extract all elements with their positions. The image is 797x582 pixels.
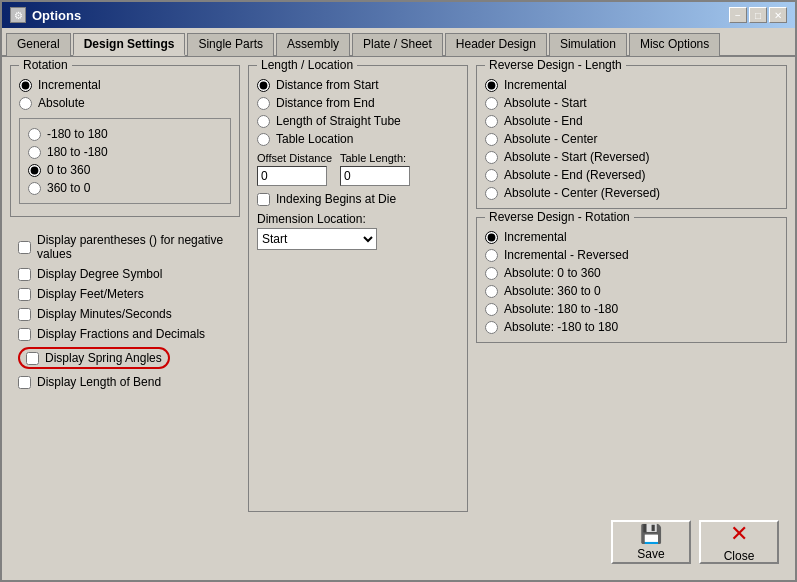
tab-design-settings[interactable]: Design Settings [73,33,186,56]
title-bar-controls: − □ ✕ [729,7,787,23]
rl-absolute-end-rev-label: Absolute - End (Reversed) [504,168,645,182]
tab-header-design[interactable]: Header Design [445,33,547,56]
cb-fractions-decimals-input[interactable] [18,328,31,341]
save-button[interactable]: 💾 Save [611,520,691,564]
table-length-col: Table Length: [340,152,410,186]
length-panel-label: Length / Location [257,58,357,72]
cb-minutes-seconds: Display Minutes/Seconds [18,307,232,321]
rotation-absolute-radio[interactable] [19,97,32,110]
rotation-neg180-180-label: -180 to 180 [47,127,108,141]
length-straight-tube: Length of Straight Tube [257,114,459,128]
left-column: Rotation Incremental Absolute [10,65,240,512]
cb-degree-symbol: Display Degree Symbol [18,267,232,281]
cb-feet-meters-label: Display Feet/Meters [37,287,144,301]
rl-absolute-center-rev: Absolute - Center (Reversed) [485,186,778,200]
cb-negative-values-label: Display parentheses () for negative valu… [37,233,232,261]
reverse-rotation-radio-group: Incremental Incremental - Reversed Absol… [485,230,778,334]
rr-incremental-radio[interactable] [485,231,498,244]
app-icon: ⚙ [10,7,26,23]
cb-negative-values: Display parentheses () for negative valu… [18,233,232,261]
rotation-0-360: 0 to 360 [28,163,222,177]
save-icon: 💾 [640,523,662,545]
rl-absolute-start-label: Absolute - Start [504,96,587,110]
rl-incremental-radio[interactable] [485,79,498,92]
rl-absolute-center-rev-label: Absolute - Center (Reversed) [504,186,660,200]
right-column: Reverse Design - Length Incremental Abso… [476,65,787,512]
rl-absolute-end-radio[interactable] [485,115,498,128]
cb-feet-meters-input[interactable] [18,288,31,301]
rotation-sub-options: -180 to 180 180 to -180 0 to 360 [19,118,231,204]
tab-bar: General Design Settings Single Parts Ass… [2,28,795,57]
indexing-row: Indexing Begins at Die [257,192,459,206]
rl-absolute-end-rev-radio[interactable] [485,169,498,182]
bottom-checkboxes: Display parentheses () for negative valu… [10,225,240,401]
close-button-footer[interactable]: ✕ Close [699,520,779,564]
rl-absolute-center-rev-radio[interactable] [485,187,498,200]
cb-feet-meters: Display Feet/Meters [18,287,232,301]
dimension-location-select[interactable]: Start End Both [257,228,377,250]
dimension-location-label: Dimension Location: [257,212,459,226]
rotation-absolute: Absolute [19,96,231,110]
offset-distance-input[interactable] [257,166,327,186]
indexing-checkbox[interactable] [257,193,270,206]
rr-incremental: Incremental [485,230,778,244]
cb-length-of-bend-input[interactable] [18,376,31,389]
cb-length-of-bend-label: Display Length of Bend [37,375,161,389]
length-radio-group: Distance from Start Distance from End Le… [257,78,459,146]
length-from-end-label: Distance from End [276,96,375,110]
tab-plate-sheet[interactable]: Plate / Sheet [352,33,443,56]
length-from-end-radio[interactable] [257,97,270,110]
rr-incremental-rev: Incremental - Reversed [485,248,778,262]
rotation-radio-group: Incremental Absolute [19,78,231,110]
indexing-label: Indexing Begins at Die [276,192,396,206]
main-area: Rotation Incremental Absolute [10,65,787,512]
tab-simulation[interactable]: Simulation [549,33,627,56]
cb-minutes-seconds-input[interactable] [18,308,31,321]
cb-fractions-decimals: Display Fractions and Decimals [18,327,232,341]
rl-absolute-start-radio[interactable] [485,97,498,110]
table-length-input[interactable] [340,166,410,186]
rr-180-neg180: Absolute: 180 to -180 [485,302,778,316]
tab-general[interactable]: General [6,33,71,56]
tab-assembly[interactable]: Assembly [276,33,350,56]
rl-incremental: Incremental [485,78,778,92]
minimize-button[interactable]: − [729,7,747,23]
footer: 💾 Save ✕ Close [10,512,787,572]
rr-neg180-180-radio[interactable] [485,321,498,334]
rr-0-360-radio[interactable] [485,267,498,280]
rotation-0-360-radio[interactable] [28,164,41,177]
length-table-location-label: Table Location [276,132,353,146]
rl-absolute-center: Absolute - Center [485,132,778,146]
offset-distance-col: Offset Distance [257,152,332,186]
cb-negative-values-input[interactable] [18,241,31,254]
cb-degree-symbol-input[interactable] [18,268,31,281]
rl-absolute-end: Absolute - End [485,114,778,128]
rotation-360-0-label: 360 to 0 [47,181,90,195]
cb-minutes-seconds-label: Display Minutes/Seconds [37,307,172,321]
length-panel: Length / Location Distance from Start Di… [248,65,468,512]
reverse-rotation-panel: Reverse Design - Rotation Incremental In… [476,217,787,343]
rr-180-neg180-radio[interactable] [485,303,498,316]
length-from-start-radio[interactable] [257,79,270,92]
reverse-rotation-panel-label: Reverse Design - Rotation [485,210,634,224]
rr-incremental-rev-radio[interactable] [485,249,498,262]
rl-absolute-start-rev-radio[interactable] [485,151,498,164]
rl-absolute-center-radio[interactable] [485,133,498,146]
length-straight-tube-radio[interactable] [257,115,270,128]
rr-neg180-180: Absolute: -180 to 180 [485,320,778,334]
close-button[interactable]: ✕ [769,7,787,23]
rotation-180-neg180-radio[interactable] [28,146,41,159]
rl-absolute-start-rev: Absolute - Start (Reversed) [485,150,778,164]
rotation-360-0-radio[interactable] [28,182,41,195]
length-straight-tube-label: Length of Straight Tube [276,114,401,128]
rotation-incremental-radio[interactable] [19,79,32,92]
length-table-location-radio[interactable] [257,133,270,146]
cb-spring-angles-input[interactable] [26,352,39,365]
rr-360-0-radio[interactable] [485,285,498,298]
tab-single-parts[interactable]: Single Parts [187,33,274,56]
tab-misc-options[interactable]: Misc Options [629,33,720,56]
reverse-length-panel-label: Reverse Design - Length [485,58,626,72]
maximize-button[interactable]: □ [749,7,767,23]
rr-180-neg180-label: Absolute: 180 to -180 [504,302,618,316]
rotation-neg180-180-radio[interactable] [28,128,41,141]
